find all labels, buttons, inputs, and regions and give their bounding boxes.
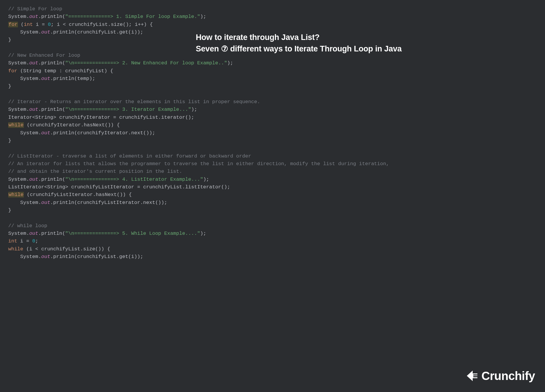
comment-line: // Simple For loop [8,6,62,12]
comment-line: // ListIterator - traverse a list of ele… [8,153,251,159]
svg-rect-0 [473,374,479,376]
title-line-1: How to iterate through Java List? [196,32,402,43]
comment-line: // New Enhanced For loop [8,53,80,58]
title-line-2: Seven ⑦ different ways to Iterate Throug… [196,43,402,55]
declaration: ListIterator<String> crunchifyListIterat… [8,184,230,190]
comment-line: // Iterator - Returns an iterator over t… [8,99,260,105]
brand-name: Crunchify [482,367,535,385]
string-literal: "\n==============> 3. Iterator Example..… [65,107,191,112]
class-ref: System [8,14,26,19]
string-literal: "\n==============> 5. While Loop Example… [65,231,200,236]
keyword-while: while [8,246,23,252]
string-literal: "\n==============> 4. ListIterator Examp… [65,177,203,182]
keyword-while: while [8,122,24,128]
comment-line: // while loop [8,223,47,229]
keyword-for: for [8,22,18,27]
field-ref: out [29,14,38,19]
svg-rect-1 [473,376,479,377]
circled-number-icon: ⑦ [221,43,228,55]
string-literal: "==============> 1. Simple For loop Exam… [65,14,200,19]
keyword-for: for [8,68,17,74]
comment-line: // and obtain the iterator's current pos… [8,169,182,174]
brand-logo: Crunchify [464,367,535,385]
declaration: Iterator<String> crunchifyIterator = cru… [8,115,194,120]
keyword-while: while [8,192,24,197]
overlay-title: How to iterate through Java List? Seven … [196,32,402,55]
comment-line: // An iterator for lists that allows the… [8,161,389,167]
string-literal: "\n==============> 2. New Enhanced For l… [65,60,227,66]
crunchify-logo-icon [464,369,479,383]
